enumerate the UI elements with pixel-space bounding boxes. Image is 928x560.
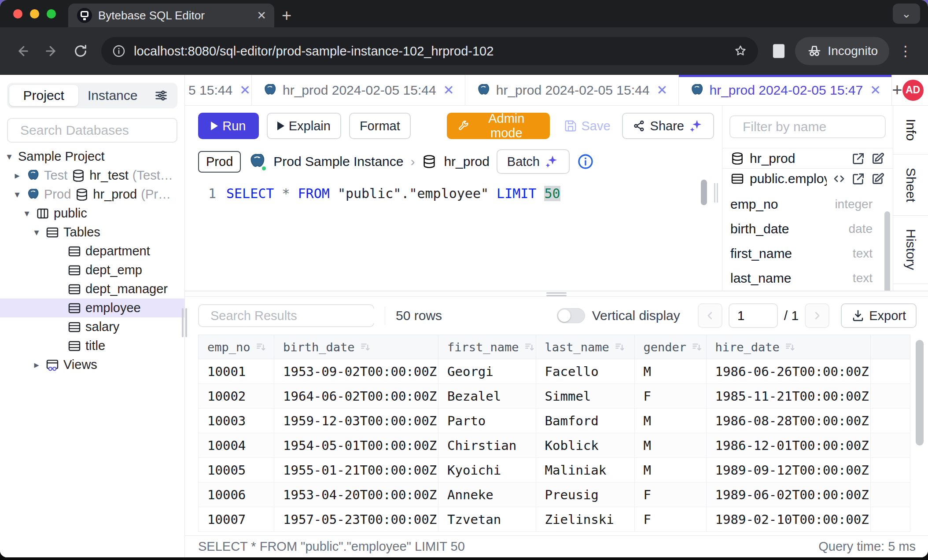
- close-icon[interactable]: ✕: [239, 82, 250, 98]
- table-cell[interactable]: M: [634, 359, 706, 384]
- back-icon[interactable]: [10, 38, 35, 64]
- close-icon[interactable]: ✕: [443, 82, 454, 98]
- table-cell[interactable]: 1955-01-21T00:00:00Z: [274, 458, 438, 483]
- tree-item-env-prod-hr-prod[interactable]: ▾Prodhr_prod(Pr…: [0, 185, 184, 204]
- tree-item-views-group[interactable]: ▸Views: [0, 355, 184, 374]
- sort-icon[interactable]: [255, 341, 267, 353]
- next-page-button[interactable]: [805, 303, 829, 328]
- close-icon[interactable]: ✕: [870, 82, 881, 98]
- table-cell[interactable]: 10003: [199, 409, 274, 433]
- table-cell[interactable]: M: [634, 409, 706, 433]
- share-button[interactable]: Share: [622, 113, 714, 139]
- table-cell[interactable]: Georgi: [438, 359, 536, 384]
- table-cell[interactable]: M: [634, 458, 706, 483]
- query-tab-2[interactable]: hr_prod 2024-02-05 15:44✕: [252, 75, 465, 105]
- sort-icon[interactable]: [691, 341, 703, 353]
- batch-button[interactable]: Batch: [497, 149, 570, 174]
- table-cell[interactable]: 1954-05-01T00:00:00Z: [274, 433, 438, 458]
- browser-tab[interactable]: Bytebase SQL Editor ✕: [68, 4, 274, 27]
- zoom-window-button[interactable]: [47, 9, 56, 18]
- table-cell[interactable]: Facello: [536, 359, 634, 384]
- rail-tab-info[interactable]: Info: [893, 106, 928, 155]
- results-search[interactable]: [198, 304, 374, 327]
- forward-icon[interactable]: [39, 38, 64, 64]
- tree-item-table-dept-manager[interactable]: dept_manager: [0, 280, 184, 298]
- caret-down-icon[interactable]: ▾: [22, 208, 32, 219]
- table-cell[interactable]: 10005: [199, 458, 274, 483]
- sidebar-drag-handle-icon[interactable]: [181, 308, 188, 337]
- column-header-first_name[interactable]: first_name: [438, 335, 536, 359]
- tree-item-tables-group[interactable]: ▾Tables: [0, 223, 184, 242]
- tree-item-sample-project[interactable]: ▾Sample Project: [0, 147, 184, 166]
- tree-item-table-department[interactable]: department: [0, 242, 184, 261]
- table-cell[interactable]: Bamford: [536, 409, 634, 433]
- query-tab-4-active[interactable]: hr_prod 2024-02-05 15:47✕: [679, 75, 892, 105]
- instance-name[interactable]: Prod Sample Instance: [273, 154, 403, 169]
- close-icon[interactable]: ✕: [656, 82, 667, 98]
- table-cell[interactable]: Parto: [438, 409, 536, 433]
- table-cell[interactable]: Zielinski: [536, 507, 634, 532]
- table-cell[interactable]: 1986-12-01T00:00:00Z: [706, 433, 870, 458]
- table-cell[interactable]: 10007: [199, 507, 274, 532]
- editor-scrollbar[interactable]: [701, 180, 707, 205]
- table-cell[interactable]: Kyoichi: [438, 458, 536, 483]
- url-text[interactable]: localhost:8080/sql-editor/prod-sample-in…: [134, 44, 725, 59]
- caret-down-icon[interactable]: ▾: [4, 151, 14, 162]
- format-button[interactable]: Format: [349, 113, 411, 139]
- tree-item-env-test-hr-test[interactable]: ▸Testhr_test(Test…: [0, 166, 184, 185]
- table-cell[interactable]: Bezalel: [438, 384, 536, 409]
- kebab-menu-icon[interactable]: ⋮: [893, 38, 918, 64]
- database-search[interactable]: [7, 118, 177, 143]
- tree-item-table-title[interactable]: title: [0, 336, 184, 355]
- drag-handle-icon[interactable]: [546, 292, 567, 296]
- rail-tab-sheet[interactable]: Sheet: [893, 155, 928, 216]
- filter-by-name-input[interactable]: [743, 119, 893, 134]
- tree-item-table-salary[interactable]: salary: [0, 317, 184, 336]
- edit-icon[interactable]: [871, 151, 885, 166]
- new-tab-button[interactable]: +: [274, 4, 299, 27]
- minimize-window-button[interactable]: [30, 9, 39, 18]
- table-cell[interactable]: 1957-05-23T00:00:00Z: [274, 507, 438, 532]
- star-icon[interactable]: [733, 44, 748, 58]
- table-cell[interactable]: 10004: [199, 433, 274, 458]
- code-area[interactable]: 1 SELECT * FROM "public"."employee" LIMI…: [198, 186, 714, 201]
- table-cell[interactable]: Preusig: [536, 483, 634, 507]
- query-tab-1[interactable]: 5 15:44✕: [185, 75, 252, 105]
- table-cell[interactable]: 1953-04-20T00:00:00Z: [274, 483, 438, 507]
- schema-scrollbar[interactable]: [884, 211, 890, 291]
- table-cell[interactable]: Tzvetan: [438, 507, 536, 532]
- caret-right-icon[interactable]: ▸: [32, 359, 41, 371]
- save-button[interactable]: Save: [559, 113, 616, 139]
- table-cell[interactable]: F: [634, 507, 706, 532]
- sort-icon[interactable]: [359, 341, 372, 353]
- schema-database-row[interactable]: hr_prod: [722, 148, 893, 168]
- panel-icon[interactable]: [766, 38, 792, 64]
- query-tab-3[interactable]: hr_prod 2024-02-05 15:44✕: [465, 75, 679, 105]
- caret-down-icon[interactable]: ▾: [32, 227, 41, 238]
- tree-item-table-employee[interactable]: employee: [0, 298, 184, 317]
- schema-table-row[interactable]: public.employee: [722, 168, 893, 188]
- run-button[interactable]: Run: [198, 113, 259, 139]
- results-scrollbar[interactable]: [916, 340, 924, 446]
- column-header-gender[interactable]: gender: [634, 335, 706, 359]
- sort-icon[interactable]: [523, 341, 536, 353]
- sql-statement[interactable]: SELECT * FROM "public"."employee" LIMIT …: [226, 186, 560, 201]
- table-cell[interactable]: Maliniak: [536, 458, 634, 483]
- window-chevron-icon[interactable]: ⌄: [893, 4, 920, 24]
- url-bar[interactable]: localhost:8080/sql-editor/prod-sample-in…: [101, 37, 758, 65]
- search-results-input[interactable]: [210, 309, 376, 323]
- table-cell[interactable]: F: [634, 483, 706, 507]
- search-databases-input[interactable]: [20, 123, 190, 138]
- database-name[interactable]: hr_prod: [444, 154, 489, 169]
- column-header-birth_date[interactable]: birth_date: [274, 335, 438, 359]
- external-link-icon[interactable]: [851, 151, 865, 166]
- user-avatar[interactable]: AD: [902, 80, 924, 101]
- table-cell[interactable]: 1985-11-21T00:00:00Z: [706, 384, 870, 409]
- table-cell[interactable]: Anneke: [438, 483, 536, 507]
- tab-project[interactable]: Project: [9, 85, 78, 106]
- column-header-last_name[interactable]: last_name: [536, 335, 634, 359]
- vertical-display-toggle[interactable]: [557, 308, 585, 323]
- table-cell[interactable]: 1989-09-12T00:00:00Z: [706, 458, 870, 483]
- table-cell[interactable]: 1986-06-26T00:00:00Z: [706, 359, 870, 384]
- table-cell[interactable]: M: [634, 433, 706, 458]
